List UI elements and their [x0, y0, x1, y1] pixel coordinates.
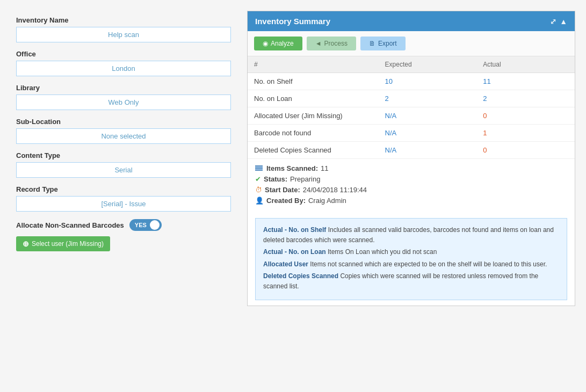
collapse-icon[interactable]: ▲: [560, 17, 567, 26]
right-panel: Inventory Summary ⤢ ▲ ◉ Analyze ◄ Proces…: [247, 11, 575, 306]
person-icon: 👤: [255, 197, 264, 205]
note-line: Actual - No. on Shelf Includes all scann…: [263, 225, 559, 245]
process-button[interactable]: ◄ Process: [307, 37, 356, 50]
toolbar: ◉ Analyze ◄ Process 🗎 Export: [248, 31, 575, 56]
note-text: Items On Loan which you did not scan: [326, 248, 437, 256]
start-date-row: ⏱ Start Date: 24/04/2018 11:19:44: [255, 186, 567, 194]
analyze-button[interactable]: ◉ Analyze: [254, 37, 302, 50]
items-scanned-row: Items Scanned: 11: [255, 164, 567, 172]
row-actual: 11: [476, 73, 575, 90]
left-panel: Inventory Name Office Library Sub-Locati…: [11, 11, 236, 306]
office-input[interactable]: [16, 61, 231, 76]
summary-table: # Expected Actual No. on Shelf1011No. on…: [248, 56, 575, 159]
row-label: Allocated User (Jim Missing): [248, 107, 379, 125]
created-by-label: Created By:: [266, 197, 306, 205]
items-scanned-icon: [255, 165, 263, 171]
allocate-row: Allocate Non-Scanned Barcodes YES: [16, 219, 231, 231]
content-type-group: Content Type: [16, 151, 231, 178]
items-scanned-value: 11: [321, 164, 328, 172]
sub-location-input[interactable]: [16, 128, 231, 144]
library-input[interactable]: [16, 95, 231, 110]
row-expected: 10: [379, 73, 477, 90]
allocate-toggle[interactable]: YES: [129, 219, 162, 231]
inventory-name-group: Inventory Name: [16, 16, 231, 42]
toggle-circle: [150, 220, 160, 230]
row-expected: N/A: [379, 125, 477, 142]
status-value: Preparing: [290, 175, 320, 183]
status-label: Status:: [264, 175, 287, 183]
process-label: Process: [324, 40, 348, 47]
export-button[interactable]: 🗎 Export: [360, 37, 406, 50]
note-box: Actual - No. on Shelf Includes all scann…: [255, 218, 567, 300]
note-text: Items not scanned which are expected to …: [308, 260, 547, 268]
plus-icon: ⊕: [23, 239, 29, 248]
note-line: Deleted Copies Scanned Copies which were…: [263, 271, 559, 292]
row-label: No. on Shelf: [248, 73, 379, 90]
sub-location-group: Sub-Location: [16, 118, 231, 144]
record-type-group: Record Type: [16, 185, 231, 212]
row-actual: 2: [476, 90, 575, 107]
export-label: Export: [378, 40, 397, 47]
row-label: Barcode not found: [248, 125, 379, 142]
created-by-value: Craig Admin: [308, 197, 346, 205]
record-type-input[interactable]: [16, 196, 231, 212]
select-user-label: Select user (Jim Missing): [32, 240, 104, 248]
library-group: Library: [16, 84, 231, 110]
inventory-name-label: Inventory Name: [16, 16, 231, 24]
start-date-label: Start Date:: [265, 186, 300, 194]
status-icon: ✔: [255, 175, 261, 183]
note-bold: Allocated User: [263, 260, 308, 268]
note-bold: Deleted Copies Scanned: [263, 272, 338, 280]
library-label: Library: [16, 84, 231, 92]
row-actual: 1: [476, 125, 575, 142]
table-row: Allocated User (Jim Missing)N/A0: [248, 107, 575, 125]
allocate-label: Allocate Non-Scanned Barcodes: [16, 221, 124, 229]
table-row: Barcode not foundN/A1: [248, 125, 575, 142]
select-user-button[interactable]: ⊕ Select user (Jim Missing): [16, 236, 110, 251]
panel-header-icons: ⤢ ▲: [550, 17, 567, 26]
export-icon: 🗎: [369, 40, 375, 47]
row-expected: N/A: [379, 107, 477, 125]
row-expected: N/A: [379, 142, 477, 159]
info-section: Items Scanned: 11 ✔ Status: Preparing ⏱ …: [248, 159, 575, 213]
note-line: Actual - No. on Loan Items On Loan which…: [263, 247, 559, 257]
status-row: ✔ Status: Preparing: [255, 175, 567, 183]
table-row: Deleted Copies ScannedN/A0: [248, 142, 575, 159]
clock-icon: ⏱: [255, 186, 262, 194]
expand-icon[interactable]: ⤢: [550, 17, 556, 26]
row-actual: 0: [476, 107, 575, 125]
note-bold: Actual - No. on Loan: [263, 248, 326, 256]
note-line: Allocated User Items not scanned which a…: [263, 259, 559, 270]
table-header-row: # Expected Actual: [248, 56, 575, 73]
panel-header: Inventory Summary ⤢ ▲: [248, 11, 575, 31]
toggle-yes-label: YES: [132, 221, 150, 229]
inventory-name-input[interactable]: [16, 27, 231, 42]
analyze-label: Analyze: [271, 40, 294, 47]
start-date-value: 24/04/2018 11:19:44: [303, 186, 367, 194]
note-bold: Actual - No. on Shelf: [263, 226, 326, 234]
row-label: Deleted Copies Scanned: [248, 142, 379, 159]
col-header-actual: Actual: [476, 56, 575, 73]
row-label: No. on Loan: [248, 90, 379, 107]
items-scanned-label: Items Scanned:: [266, 164, 318, 172]
table-row: No. on Shelf1011: [248, 73, 575, 90]
row-actual: 0: [476, 142, 575, 159]
record-type-label: Record Type: [16, 185, 231, 193]
row-expected: 2: [379, 90, 477, 107]
office-group: Office: [16, 50, 231, 76]
table-row: No. on Loan22: [248, 90, 575, 107]
content-type-input[interactable]: [16, 162, 231, 178]
col-header-label: #: [248, 56, 379, 73]
panel-title: Inventory Summary: [255, 17, 330, 26]
content-type-label: Content Type: [16, 151, 231, 159]
created-by-row: 👤 Created By: Craig Admin: [255, 197, 567, 205]
analyze-icon: ◉: [263, 40, 268, 47]
process-icon: ◄: [315, 40, 322, 47]
sub-location-label: Sub-Location: [16, 118, 231, 126]
office-label: Office: [16, 50, 231, 58]
col-header-expected: Expected: [379, 56, 477, 73]
